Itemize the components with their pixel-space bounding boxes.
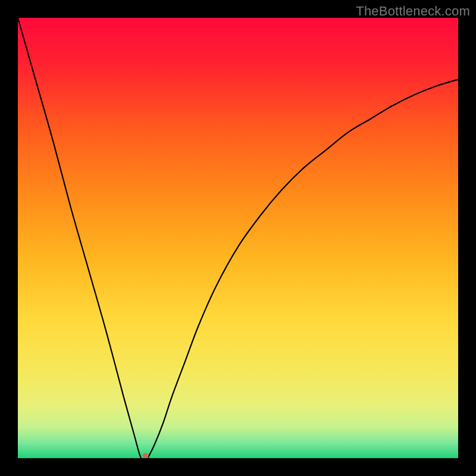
chart-svg xyxy=(18,18,458,458)
chart-frame: TheBottleneck.com xyxy=(0,0,476,476)
watermark-text: TheBottleneck.com xyxy=(356,4,470,19)
plot-area xyxy=(18,18,458,458)
gradient-background xyxy=(18,18,458,458)
